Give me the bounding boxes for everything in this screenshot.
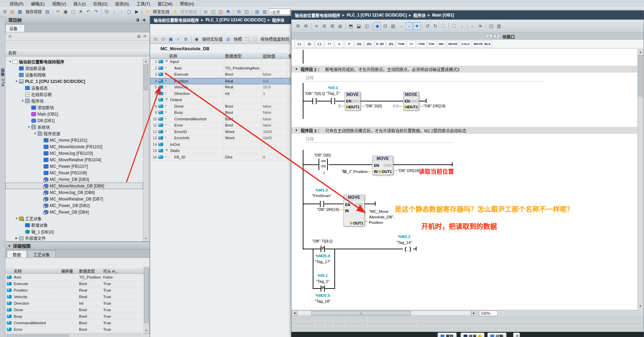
go-offline-plug-icon[interactable]: ⚡	[171, 8, 178, 15]
menu-item[interactable]: 项目(P)	[6, 0, 27, 7]
copy-snapshot-button[interactable]: 将快照值复制到	[259, 36, 291, 42]
tree-item[interactable]: MC_MoveRelative_DB [DB7]	[5, 196, 143, 202]
db-row[interactable]: 14InOut	[150, 142, 291, 148]
db-row[interactable]: 3▪ExecuteBoolfalse	[150, 72, 291, 78]
detail-hscrollbar[interactable]	[5, 334, 149, 337]
db-row[interactable]: 6▪DirectionInt1	[150, 91, 291, 97]
compile-icon[interactable]: ⊡	[103, 8, 110, 15]
cross-references-icon[interactable]: ✖	[225, 8, 232, 15]
goto-previous-icon[interactable]: ←	[469, 22, 476, 30]
chevron-down-icon[interactable]: ∨	[8, 244, 11, 248]
db-row[interactable]: 16▪FB_IDDInt0	[150, 154, 291, 161]
tree-item[interactable]: MC_Reset_DB [DB4]	[5, 209, 143, 215]
camera-down-icon[interactable]: ⛶	[252, 36, 258, 43]
tree-item[interactable]: ▶外部源文件	[5, 235, 143, 241]
network2-header[interactable]: ▼ 程序段 2 ： 断电保持完成后，才允许回原点。主动回原点，必须将启动轴设置成…	[291, 66, 639, 73]
tab-data[interactable]: 数据	[7, 250, 27, 258]
calc-box-favorite[interactable]: CALC	[460, 41, 471, 47]
detail-row[interactable]: ExecuteBoolTrue	[5, 281, 145, 287]
tree-expander-icon[interactable]: ▼	[14, 217, 19, 220]
insert-block-icon[interactable]: ⊞	[329, 22, 336, 30]
search-in-project-input[interactable]: <在项	[269, 9, 291, 15]
monitor-off-icon[interactable]: ▥	[495, 22, 503, 30]
monitor-all-icon[interactable]: ◉	[193, 36, 200, 43]
db-row[interactable]: 10▪CommandAbortedBoolfalse	[150, 116, 291, 122]
menu-item[interactable]: 编辑(E)	[27, 0, 48, 7]
save-project-button[interactable]: 保存项目	[24, 9, 43, 14]
reset-coil-favorite[interactable]: -(R)-	[365, 41, 374, 47]
split-horizontal-icon[interactable]: ⊟	[235, 8, 242, 15]
contact-no-favorite[interactable]: -| |-	[295, 41, 304, 47]
detail-row[interactable]: VelocityRealTrue	[5, 294, 145, 300]
start-cpu-icon[interactable]: ▢	[126, 8, 133, 15]
snapshot-camera-icon[interactable]: ⛶	[440, 22, 447, 30]
comment-toggle-icon[interactable]: ◉	[374, 22, 381, 30]
jump-label-icon[interactable]: →	[397, 22, 405, 30]
p-contact[interactable]: P	[321, 285, 325, 292]
move-blk-box-favorite[interactable]: MOVE_BLK	[472, 41, 492, 47]
tree-item[interactable]: MC_MoveAbsolute_DB [DB6]	[5, 183, 143, 189]
detail-row[interactable]: PositionRealTrue	[5, 287, 145, 294]
reset-start-values-icon[interactable]: ◍	[336, 22, 344, 30]
no-contact[interactable]	[320, 201, 324, 207]
menu-item[interactable]: 视图(V)	[49, 0, 69, 7]
tab-info[interactable]: 信息 !	[460, 333, 485, 337]
favorites-toggle-icon[interactable]: ★	[413, 22, 421, 30]
goto-next-icon[interactable]: ≋	[477, 22, 484, 30]
start-runtime-icon[interactable]: ▶	[133, 8, 140, 15]
move-box-favorite[interactable]: MOVE	[447, 41, 459, 47]
tree-item[interactable]: MC_Power_DB [DB2]	[5, 202, 143, 209]
snapshot-button[interactable]: 快照	[232, 36, 243, 42]
upload-from-device-icon[interactable]: ↑	[118, 8, 125, 15]
apply-snapshot-icon[interactable]: ⛶	[450, 22, 458, 30]
ladder-vscrollbar[interactable]: ▲ ▼	[637, 49, 643, 309]
tree-item[interactable]: 设备和网络	[5, 72, 143, 78]
db-row[interactable]: 4▪PositionReal0.0	[150, 78, 291, 84]
network3-header[interactable]: ▼ 程序段 3 ： 只有在主动回原点模式后，才允许读取当前位置数据。M2.2是回…	[291, 127, 639, 134]
insert-network-icon[interactable]: ⚙	[294, 22, 302, 30]
free-form-comments-icon[interactable]: ↔	[405, 22, 413, 30]
compare-value[interactable]: 3	[317, 171, 331, 175]
reset-values-icon[interactable]: ✓	[175, 36, 182, 43]
p-contact-favorite[interactable]: -|P|-	[387, 41, 396, 47]
detail-row[interactable]: ErrorBoolTrue	[5, 326, 145, 333]
undo-program-icon[interactable]: ↺	[424, 22, 431, 30]
tree-expander-icon[interactable]: ▼	[14, 80, 19, 83]
tree-item[interactable]: ▼系统块	[5, 124, 143, 130]
accessible-devices-icon[interactable]: ◎	[202, 8, 209, 15]
go-offline-button[interactable]: 转至离线	[179, 9, 198, 14]
tree-item[interactable]: ▼PLC_1 [CPU 1214C DC/DC/DC]	[5, 78, 143, 85]
monitor-on-icon[interactable]: ◫	[487, 22, 495, 30]
db-row[interactable]: 12▪ErrorIDWord16#0	[150, 129, 291, 135]
operand-tag[interactable]: "Tag_2"	[324, 91, 342, 95]
redo-icon[interactable]: ↷	[92, 8, 99, 15]
group-expander-icon[interactable]: ▼	[165, 98, 168, 101]
tree-item[interactable]: 添加新块	[5, 104, 143, 111]
contact-nc-favorite[interactable]: -|/|-	[305, 41, 314, 47]
tof-box-favorite[interactable]: TOF	[427, 41, 436, 47]
refresh-icon[interactable]: ⟳	[142, 34, 148, 39]
ton-box-favorite[interactable]: TON	[417, 41, 426, 47]
tree-expander-icon[interactable]: ▶	[14, 237, 19, 240]
expand-all-icon[interactable]: ≣	[182, 36, 189, 43]
tree-item[interactable]: 设备组态	[5, 85, 143, 91]
insert-row-icon[interactable]: ⊞	[152, 36, 159, 43]
collapse-icon[interactable]: ▼	[295, 129, 298, 132]
coil-favorite[interactable]: -( )-	[315, 41, 324, 47]
db-row[interactable]: 7▼Output	[150, 97, 291, 103]
tree-item[interactable]: ▼程序资源	[5, 130, 143, 137]
auto-collapse-icon[interactable]: ◨	[134, 17, 141, 23]
db-row[interactable]: 5▪VelocityReal10.0	[150, 84, 291, 90]
menu-item[interactable]: 工具(T)	[133, 0, 153, 7]
tree-item[interactable]: MC_MoveJog_DB [DB8]	[5, 189, 143, 196]
expand-networks-icon[interactable]: ⬒	[347, 22, 355, 30]
new-project-icon[interactable]: ⊞	[1, 8, 8, 15]
tree-item[interactable]: 添加新设备	[5, 65, 143, 72]
tree-item[interactable]: MC_Home_DB [DB3]	[5, 176, 143, 183]
move-output-operand[interactable]: "MC_Move Absolute_DB". Position	[369, 209, 395, 225]
db-row[interactable]: 1▼Input	[150, 59, 291, 65]
save-project-icon[interactable]: ▦	[16, 8, 23, 15]
start-window-icon[interactable]: ◫	[210, 8, 216, 15]
tree-item[interactable]: 新增对象	[5, 222, 143, 228]
detail-row[interactable]: DirectionIntTrue	[5, 300, 145, 307]
